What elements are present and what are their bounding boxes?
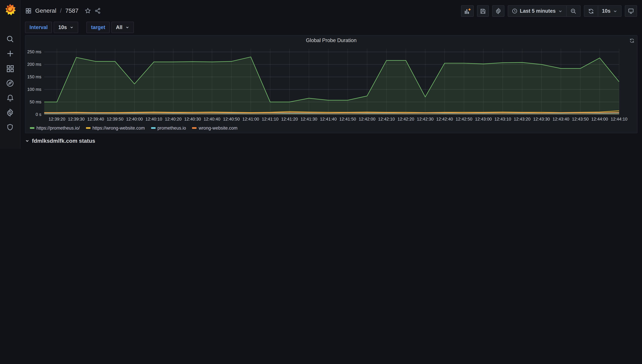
alerting-icon[interactable]: [0, 91, 20, 105]
svg-text:12:39:20: 12:39:20: [49, 117, 65, 122]
cycle-view-mode-button[interactable]: [625, 5, 637, 17]
svg-text:200 ms: 200 ms: [27, 62, 41, 66]
svg-text:150 ms: 150 ms: [27, 74, 41, 79]
share-icon[interactable]: [94, 8, 101, 14]
svg-text:12:43:50: 12:43:50: [572, 117, 589, 122]
plus-icon[interactable]: [0, 46, 20, 60]
svg-text:12:42:10: 12:42:10: [378, 117, 395, 122]
variable-target-select[interactable]: All: [111, 22, 134, 33]
panel-title[interactable]: Global Probe Duration: [26, 38, 637, 43]
add-panel-button[interactable]: [461, 5, 474, 17]
refresh-group: 10s: [584, 5, 622, 17]
sidebar: ?: [0, 0, 20, 148]
variable-interval-label: Interval: [25, 22, 52, 33]
svg-text:12:41:10: 12:41:10: [262, 117, 279, 122]
variable-target-label: target: [87, 22, 110, 33]
svg-text:12:42:20: 12:42:20: [397, 117, 414, 122]
legend-item[interactable]: https://wrong-website.com: [86, 126, 145, 130]
dashboard-settings-button[interactable]: [492, 5, 504, 17]
breadcrumb: General / 7587: [26, 0, 101, 21]
explore-icon[interactable]: [0, 76, 20, 90]
legend-item[interactable]: https://prometheus.io/: [30, 126, 80, 130]
section-header-fdmlksdmlfk[interactable]: fdmlksdmlfk.com status: [25, 138, 95, 144]
save-dashboard-button[interactable]: [477, 5, 489, 17]
dashboard-grid-icon[interactable]: [26, 8, 32, 14]
chevron-down-icon: [25, 138, 30, 143]
search-icon[interactable]: [0, 32, 20, 46]
svg-text:12:42:40: 12:42:40: [436, 117, 453, 122]
star-icon[interactable]: [85, 8, 91, 14]
svg-text:12:41:20: 12:41:20: [281, 117, 298, 122]
svg-text:12:40:20: 12:40:20: [165, 117, 181, 122]
svg-text:12:44:10: 12:44:10: [611, 117, 627, 122]
svg-text:100 ms: 100 ms: [27, 87, 41, 92]
svg-text:12:43:00: 12:43:00: [475, 117, 492, 122]
breadcrumb-section[interactable]: General: [35, 7, 56, 14]
breadcrumb-page-title[interactable]: 7587: [65, 7, 79, 14]
svg-text:12:39:30: 12:39:30: [68, 117, 85, 122]
svg-text:12:41:30: 12:41:30: [301, 117, 317, 122]
toolbar: Last 5 minutes 10s: [461, 5, 637, 17]
svg-text:12:41:00: 12:41:00: [243, 117, 259, 122]
header: General / 7587 Last 5 minu: [20, 0, 642, 21]
chart-legend: https://prometheus.io/https://wrong-webs…: [30, 126, 238, 130]
server-admin-icon[interactable]: [0, 120, 20, 134]
svg-text:12:39:50: 12:39:50: [107, 117, 123, 122]
panel-refresh-icon[interactable]: [629, 38, 635, 45]
variable-interval-select[interactable]: 10s: [54, 22, 78, 33]
svg-text:12:42:50: 12:42:50: [456, 117, 472, 122]
svg-text:12:40:10: 12:40:10: [145, 117, 162, 122]
svg-text:12:41:50: 12:41:50: [339, 117, 356, 122]
panel-global-probe-duration: Global Probe Duration 0 s50 ms100 ms150 …: [25, 35, 637, 134]
chevron-down-icon: [125, 26, 129, 30]
legend-item[interactable]: wrong-website.com: [192, 126, 238, 130]
global-probe-duration-chart[interactable]: 0 s50 ms100 ms150 ms200 ms250 ms12:39:20…: [26, 46, 637, 133]
svg-text:12:39:40: 12:39:40: [87, 117, 104, 122]
variables-bar: Interval 10s target All: [25, 22, 134, 33]
dashboards-icon[interactable]: [0, 62, 20, 76]
svg-text:0 s: 0 s: [36, 112, 41, 117]
svg-text:12:40:40: 12:40:40: [204, 117, 220, 122]
grafana-logo[interactable]: [4, 3, 16, 16]
svg-text:12:44:00: 12:44:00: [591, 117, 608, 122]
svg-text:12:43:30: 12:43:30: [533, 117, 550, 122]
time-range-group: Last 5 minutes: [508, 5, 581, 17]
grafana-dashboard: ? General / 7587: [0, 0, 642, 148]
refresh-interval-label: 10s: [602, 8, 610, 14]
refresh-interval-picker[interactable]: 10s: [598, 6, 621, 16]
svg-text:12:43:10: 12:43:10: [494, 117, 511, 122]
svg-text:12:41:40: 12:41:40: [320, 117, 337, 122]
svg-text:12:42:00: 12:42:00: [359, 117, 375, 122]
svg-text:12:43:20: 12:43:20: [514, 117, 530, 122]
time-range-label: Last 5 minutes: [520, 8, 556, 14]
time-range-picker[interactable]: Last 5 minutes: [508, 6, 566, 16]
svg-text:50 ms: 50 ms: [30, 100, 41, 104]
legend-item[interactable]: prometheus.io: [151, 126, 186, 130]
breadcrumb-separator: /: [60, 7, 62, 14]
zoom-out-button[interactable]: [566, 6, 580, 16]
svg-text:12:43:40: 12:43:40: [553, 117, 569, 122]
svg-text:12:40:00: 12:40:00: [126, 117, 143, 122]
refresh-button[interactable]: [584, 6, 598, 16]
svg-text:12:40:30: 12:40:30: [184, 117, 201, 122]
svg-text:12:42:30: 12:42:30: [417, 117, 434, 122]
configuration-icon[interactable]: [0, 106, 20, 120]
svg-text:250 ms: 250 ms: [27, 50, 41, 54]
svg-text:12:40:50: 12:40:50: [223, 117, 240, 122]
chevron-down-icon: [70, 26, 74, 30]
